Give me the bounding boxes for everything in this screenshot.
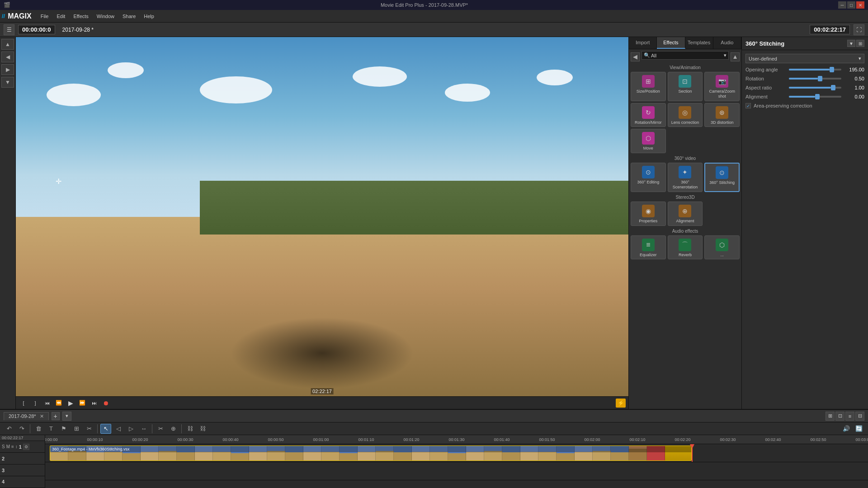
- maximize-button[interactable]: □: [847, 1, 855, 9]
- undo-button[interactable]: ↶: [4, 424, 14, 434]
- scroll-up-button[interactable]: ▲: [1, 39, 14, 50]
- lightning-button[interactable]: ⚡: [616, 399, 626, 408]
- effect-equalizer[interactable]: ≡ Equalizer: [631, 235, 666, 260]
- ruler-label-2: 00:00:20: [132, 437, 148, 442]
- menu-share[interactable]: Share: [119, 13, 139, 20]
- effect-360-stitching[interactable]: ⊙ 360° Stitching: [704, 163, 740, 192]
- scroll-down-button[interactable]: ▼: [1, 77, 14, 88]
- effect-reverb[interactable]: ⌒ Reverb: [668, 235, 703, 260]
- cliff: [200, 181, 629, 235]
- timeline-tab-close[interactable]: ✕: [40, 413, 44, 419]
- effect-camera-zoom[interactable]: 📷 Camera/Zoom shot: [704, 72, 740, 101]
- record-button[interactable]: ⏺: [101, 399, 111, 408]
- timeline-scroll[interactable]: 00:00:00 00:00:10 00:00:20 00:00:30 00:0…: [45, 435, 868, 488]
- nav-left-button[interactable]: ◀: [1, 52, 14, 62]
- menu-toggle-button[interactable]: ☰: [4, 24, 14, 35]
- trim-button[interactable]: ✂: [84, 424, 94, 434]
- ruler-label-4: 00:00:40: [222, 437, 238, 442]
- play-button[interactable]: ▶: [66, 399, 75, 408]
- aspect-ratio-thumb[interactable]: [831, 85, 835, 90]
- fullscreen-button[interactable]: ⛶: [854, 24, 864, 35]
- preset-dropdown[interactable]: User-defined ▾: [745, 54, 864, 63]
- video-clip[interactable]: 360_Footage.mp4 - MxVfx360Stitching.vsx: [50, 446, 692, 461]
- split-button[interactable]: ✂: [155, 424, 166, 434]
- mark-out-button[interactable]: ]: [30, 399, 40, 408]
- menu-help[interactable]: Help: [140, 13, 158, 20]
- text-button[interactable]: T: [46, 424, 57, 434]
- insert-remove-button[interactable]: ⊕: [168, 424, 179, 434]
- tab-templates[interactable]: Templates: [685, 37, 713, 49]
- rotation-slider[interactable]: [789, 78, 841, 80]
- trim-left-button[interactable]: ◁: [113, 424, 124, 434]
- properties-expand-button[interactable]: ⊞: [856, 40, 864, 47]
- volume-button[interactable]: 🔊: [841, 424, 852, 434]
- minimize-button[interactable]: ─: [838, 1, 846, 9]
- select-button[interactable]: ↖: [100, 424, 111, 434]
- properties-collapse-button[interactable]: ▼: [847, 40, 855, 47]
- section-view-animation: View/Animation: [631, 65, 740, 70]
- next-mark-button[interactable]: ⏭: [89, 399, 99, 408]
- ruler-label-13: 00:02:10: [629, 437, 645, 442]
- tab-import[interactable]: Import: [629, 37, 657, 49]
- menu-window[interactable]: Window: [93, 13, 118, 20]
- effect-rotation-mirror[interactable]: ↻ Rotation/Mirror: [631, 103, 666, 127]
- effect-360-editing[interactable]: ⊙ 360° Editing: [631, 163, 666, 192]
- link-button[interactable]: ⛓: [184, 424, 195, 434]
- effect-lens-correction[interactable]: ◎ Lens correction: [668, 103, 703, 127]
- alignment-slider[interactable]: [789, 96, 841, 98]
- left-panel: ▲ ◀ ▶ ▼: [0, 37, 16, 409]
- tab-audio[interactable]: Audio: [713, 37, 741, 49]
- rotation-thumb[interactable]: [818, 76, 822, 81]
- scroll-up-effects[interactable]: ▲: [731, 52, 740, 61]
- chapter-button[interactable]: ⚑: [58, 424, 69, 434]
- effects-back-button[interactable]: ◀: [631, 52, 640, 61]
- snap-button[interactable]: 🔄: [854, 424, 864, 434]
- effect-audio-more[interactable]: ⬡ ...: [704, 235, 740, 260]
- menu-file[interactable]: File: [37, 13, 52, 20]
- effect-move[interactable]: ⬡ Move: [631, 129, 666, 153]
- playhead[interactable]: [692, 444, 693, 462]
- redo-button[interactable]: ↷: [16, 424, 27, 434]
- shadow: [230, 317, 414, 389]
- timeline-dropdown-button[interactable]: ▾: [62, 412, 71, 421]
- add-timeline-button[interactable]: +: [52, 412, 60, 420]
- opening-angle-slider[interactable]: [789, 69, 841, 70]
- effect-3d-distortion[interactable]: ⊛ 3D distortion: [704, 103, 740, 127]
- alignment-thumb[interactable]: [815, 94, 820, 99]
- effect-section[interactable]: ⊡ Section: [668, 72, 703, 101]
- next-frame-button[interactable]: ⏩: [77, 399, 87, 408]
- view-mode-4-button[interactable]: ⊟: [855, 412, 864, 421]
- aspect-ratio-slider[interactable]: [789, 87, 841, 89]
- section-audio-effects: Audio effects: [631, 229, 740, 234]
- prev-mark-button[interactable]: ⏮: [42, 399, 52, 408]
- nav-right-button[interactable]: ▶: [1, 64, 14, 75]
- prev-frame-button[interactable]: ⏪: [54, 399, 64, 408]
- view-mode-3-button[interactable]: ≡: [845, 412, 854, 421]
- size-position-icon: ⊞: [642, 75, 655, 88]
- section-360-video: 360° video: [631, 156, 740, 161]
- close-button[interactable]: ✕: [856, 1, 864, 9]
- timeline-content: 00:00:00 00:00:10 00:00:20 00:00:30 00:0…: [45, 435, 868, 488]
- view-mode-1-button[interactable]: ⊞: [826, 412, 835, 421]
- track-settings-1[interactable]: ⚙: [23, 444, 29, 450]
- timeline-tab[interactable]: 2017-09-28* ✕: [4, 412, 49, 420]
- mark-in-button[interactable]: [: [19, 399, 28, 408]
- effect-stereo-alignment[interactable]: ⊕ Alignment: [668, 202, 703, 226]
- delete-button[interactable]: 🗑: [33, 424, 44, 434]
- effect-stereo-properties[interactable]: ◉ Properties: [631, 202, 666, 226]
- slide-button[interactable]: ↔: [138, 424, 149, 434]
- menu-effects[interactable]: Effects: [70, 13, 92, 20]
- opening-angle-thumb[interactable]: [830, 67, 834, 72]
- alignment-label: Alignment: [745, 94, 786, 99]
- area-preserving-checkbox[interactable]: [745, 103, 751, 108]
- trim-right-button[interactable]: ▷: [126, 424, 137, 434]
- effect-360-scenerotation[interactable]: ✦ 360° Scenerotation: [668, 163, 703, 192]
- tab-effects[interactable]: Effects: [657, 37, 685, 49]
- delink-button[interactable]: ⛓: [197, 424, 208, 434]
- view-mode-2-button[interactable]: ⊡: [835, 412, 844, 421]
- effects-marker-button[interactable]: ⊞: [71, 424, 82, 434]
- 360-stitching-label: 360° Stitching: [709, 180, 735, 185]
- menu-edit[interactable]: Edit: [53, 13, 69, 20]
- aspect-ratio-slider-container: [789, 87, 841, 89]
- effect-size-position[interactable]: ⊞ Size/Position: [631, 72, 666, 101]
